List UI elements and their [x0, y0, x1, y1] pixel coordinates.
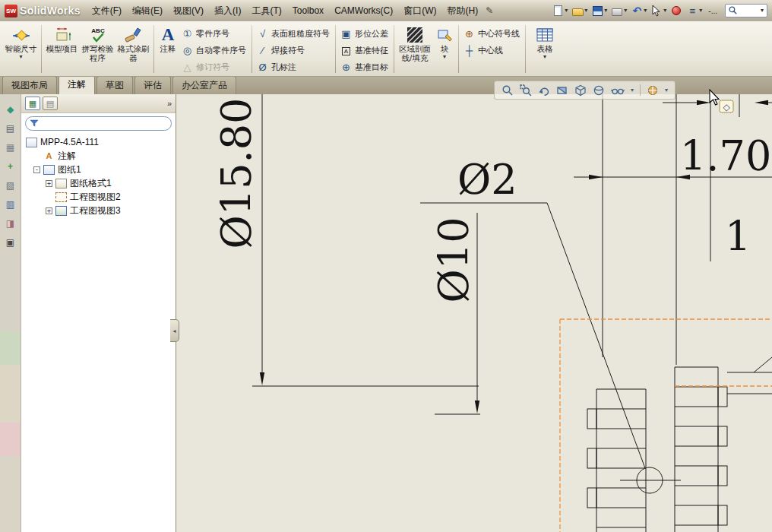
tab-evaluate[interactable]: 评估 — [134, 76, 171, 94]
chevron-down-icon[interactable]: ▾ — [565, 8, 568, 14]
toolbar-icon-1[interactable]: ◆ — [4, 103, 17, 116]
previous-view-icon[interactable] — [538, 84, 550, 97]
quick-access-toolbar: ▾ ▾ ▾ ▾ ↶▾ ▾ ≡▾ -... ▾ — [551, 4, 769, 17]
toolbar-icon-5[interactable]: ▧ — [4, 179, 17, 192]
select-button[interactable]: ▾ — [650, 4, 667, 17]
tab-sketch[interactable]: 草图 — [96, 76, 133, 94]
chevron-down-icon[interactable]: ▾ — [443, 54, 446, 60]
toolbar-icon-4[interactable]: + — [4, 160, 17, 173]
drawing-canvas[interactable]: Ø15.80 Ø2 Ø10 1.70 1 — [176, 94, 772, 532]
dimension-diameter-10[interactable]: Ø10 — [430, 217, 478, 303]
panel-more-button[interactable]: » — [167, 99, 172, 108]
dimension-diameter-2[interactable]: Ø2 — [457, 156, 517, 204]
chevron-down-icon[interactable]: ▾ — [604, 8, 607, 14]
spell-checker-label: 拼写检验程序 — [80, 45, 115, 62]
undo-icon: ↶ — [631, 5, 643, 17]
tables-label: 表格 — [537, 45, 553, 54]
new-document-button[interactable]: ▾ — [551, 4, 568, 17]
view-settings-button[interactable]: ≡▾ — [685, 4, 703, 17]
tab-office-products[interactable]: 办公室产品 — [172, 76, 236, 94]
chevron-down-icon[interactable]: ▾ — [644, 8, 647, 14]
menu-file[interactable]: 文件(F) — [87, 1, 127, 21]
dimension-diameter-15-80[interactable]: Ø15.80 — [213, 98, 261, 249]
model-items-button[interactable]: 模型项目 — [44, 23, 80, 75]
chevron-down-icon[interactable]: ▾ — [761, 8, 764, 14]
drawing-graphics-area[interactable]: Ø15.80 Ø2 Ø10 1.70 1 — [176, 94, 772, 532]
toolbar-icon-7[interactable]: ◨ — [4, 217, 17, 230]
centerline-button[interactable]: ┼ 中心线 — [463, 42, 520, 59]
ribbon-separator — [153, 25, 154, 73]
menu-insert[interactable]: 插入(I) — [209, 1, 246, 21]
tree-item-drawing-view2[interactable]: 工程图视图2 — [21, 190, 176, 204]
menu-window[interactable]: 窗口(W) — [398, 1, 441, 21]
zoom-fit-icon[interactable] — [501, 84, 514, 97]
balloon-button[interactable]: ① 零件序号 — [181, 25, 246, 42]
undo-button[interactable]: ↶▾ — [630, 4, 647, 17]
tree-item-sheet-format1[interactable]: + 图纸格式1 — [21, 176, 176, 190]
menu-toolbox[interactable]: Toolbox — [287, 2, 329, 20]
tree-item-annotations[interactable]: A 注解 — [21, 149, 176, 163]
tables-button[interactable]: 表格 ▾ — [528, 23, 562, 75]
menu-tools[interactable]: 工具(T) — [246, 1, 286, 21]
chevron-down-icon[interactable]: ▾ — [663, 8, 666, 14]
note-button[interactable]: A 注释 — [157, 23, 179, 75]
search-input[interactable]: ▾ — [725, 4, 767, 17]
view-orientation-icon[interactable] — [574, 84, 587, 97]
expand-toggle[interactable]: + — [46, 180, 52, 187]
toolbar-icon-3[interactable]: ▦ — [4, 141, 17, 154]
toolbar-icon-8[interactable]: ▣ — [4, 236, 17, 249]
tab-view-layout[interactable]: 视图布局 — [2, 76, 57, 94]
center-mark-button[interactable]: ⊕ 中心符号线 — [463, 25, 520, 42]
feature-manager-tab-icon[interactable]: ▦ — [25, 97, 40, 110]
area-hatch-button[interactable]: 区域剖面线/填充 — [397, 23, 433, 75]
panel-collapse-handle[interactable]: ◄ — [170, 319, 179, 342]
smart-dimension-button[interactable]: 智能尺寸 ▾ — [3, 23, 39, 75]
menu-camworks[interactable]: CAMWorks(C) — [329, 2, 398, 20]
edit-appearance-icon[interactable] — [647, 84, 659, 97]
auto-balloon-button[interactable]: ◎ 自动零件序号 — [181, 42, 246, 59]
appearance-button[interactable] — [669, 4, 683, 17]
tree-filter-input[interactable] — [25, 116, 172, 131]
tree-item-drawing-view3[interactable]: + 工程图视图3 — [21, 204, 176, 217]
toolbar-icon-2[interactable]: ▤ — [4, 122, 17, 135]
property-manager-tab-icon[interactable]: ▤ — [43, 97, 58, 110]
chevron-down-icon[interactable]: ▾ — [665, 87, 668, 93]
menu-help[interactable]: 帮助(H) — [442, 1, 484, 21]
format-painter-button[interactable]: 格式涂刷器 — [115, 23, 151, 75]
menu-edit[interactable]: 编辑(E) — [127, 1, 168, 21]
toolbar-icon-6[interactable]: ▥ — [4, 198, 17, 211]
chevron-down-icon[interactable]: ▾ — [584, 8, 587, 14]
hide-show-items-icon[interactable] — [611, 84, 625, 97]
display-style-icon[interactable] — [593, 84, 605, 97]
surface-finish-button[interactable]: √ 表面粗糙度符号 — [256, 25, 330, 42]
menu-view[interactable]: 视图(V) — [168, 1, 209, 21]
chevron-down-icon[interactable]: ▾ — [631, 87, 634, 93]
chevron-down-icon[interactable]: ▾ — [699, 8, 702, 14]
open-button[interactable]: ▾ — [571, 4, 588, 17]
print-button[interactable]: ▾ — [610, 4, 628, 17]
save-button[interactable]: ▾ — [590, 4, 608, 17]
collapse-toggle[interactable]: - — [33, 166, 40, 173]
block-button[interactable]: 块 ▾ — [433, 23, 456, 75]
tree-item-label: 图纸格式1 — [70, 177, 112, 190]
datum-feature-button[interactable]: A 基准特征 — [340, 42, 388, 59]
tree-root[interactable]: MPP-4.5A-111 — [21, 135, 176, 149]
feature-manager-panel: ▦ ▤ » MPP-4.5A-111 A 注解 - 图纸1 — [21, 94, 176, 532]
datum-target-button[interactable]: ⊕ 基准目标 — [340, 59, 388, 75]
tree-root-label: MPP-4.5A-111 — [40, 137, 99, 147]
dimension-partial-1[interactable]: 1 — [725, 213, 751, 261]
weld-symbol-button[interactable]: ∕ 焊接符号 — [256, 42, 330, 59]
dimension-1-70[interactable]: 1.70 — [680, 132, 771, 180]
toolbar-overflow-button[interactable]: -... — [705, 7, 720, 15]
zoom-area-icon[interactable] — [520, 84, 532, 97]
tree-item-sheet1[interactable]: - 图纸1 — [21, 163, 176, 176]
chevron-down-icon[interactable]: ▾ — [19, 54, 22, 60]
chevron-down-icon[interactable]: ▾ — [543, 54, 546, 60]
section-view-icon[interactable] — [556, 84, 568, 97]
tab-annotation[interactable]: 注解 — [59, 75, 95, 94]
geometric-tolerance-button[interactable]: ▣ 形位公差 — [340, 25, 388, 42]
chevron-down-icon[interactable]: ▾ — [624, 8, 627, 14]
hole-callout-button[interactable]: Ø 孔标注 — [256, 59, 330, 75]
spell-checker-button[interactable]: ABC 拼写检验程序 — [80, 23, 115, 75]
expand-toggle[interactable]: + — [46, 207, 52, 214]
